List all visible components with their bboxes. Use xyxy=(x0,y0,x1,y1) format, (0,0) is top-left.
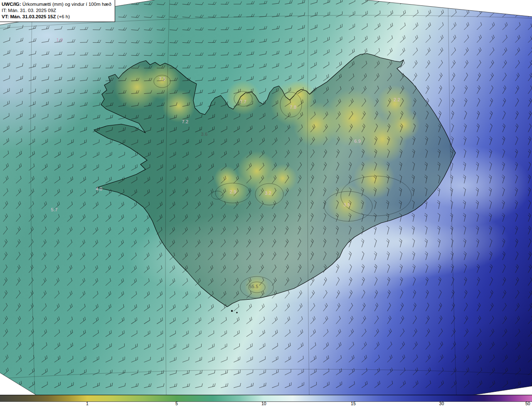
colorbar: 1510153050 xyxy=(0,395,532,406)
colorbar-tick: 50 xyxy=(525,401,530,406)
title-box: UWC/IG: Úrkomumætti (mm) og vindur í 100… xyxy=(0,0,115,22)
init-time: IT: Mán. 31. 03. 2025 09Z xyxy=(2,7,111,14)
valid-time-bold: VT: Mán. 31.03.2025 15Z xyxy=(2,14,56,19)
colorbar-tick: 10 xyxy=(261,401,266,406)
colorbar-tick: 30 xyxy=(439,401,444,406)
colorbar-tick: 15 xyxy=(351,401,356,406)
colorbar-ticks: 1510153050 xyxy=(0,401,532,406)
product-code: UWC/IG: xyxy=(2,2,21,7)
precipitation-field xyxy=(0,0,532,395)
valid-time: VT: Mán. 31.03.2025 15Z (+6 h) xyxy=(2,14,111,20)
colorbar-tick: 1 xyxy=(86,401,89,406)
valid-time-offset: (+6 h) xyxy=(56,14,70,19)
product-description: Úrkomumætti (mm) og vindur í 100m hæð xyxy=(21,2,111,7)
colorbar-tick: 5 xyxy=(175,401,178,406)
weather-map-page: 1.07.37.77.82.27.23.66.94.02.93.23.55.75… xyxy=(0,0,532,406)
product-title: UWC/IG: Úrkomumætti (mm) og vindur í 100… xyxy=(2,1,111,7)
